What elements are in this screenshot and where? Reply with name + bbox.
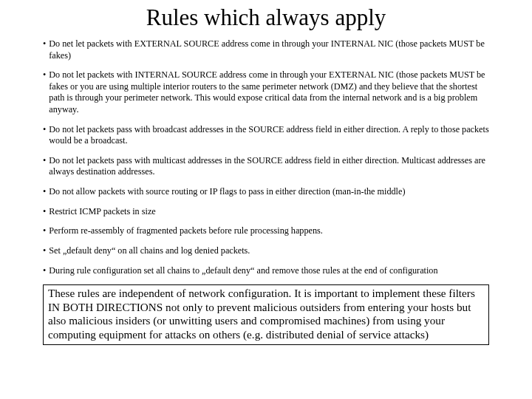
footer-note-text: These rules are independent of network c… xyxy=(48,287,475,341)
bullet-text: Do not let packets pass with broadcast a… xyxy=(49,124,489,147)
bullet-item: • Do not let packets with INTERNAL SOURC… xyxy=(43,69,489,115)
footer-note-box: These rules are independent of network c… xyxy=(43,284,489,345)
bullet-marker: • xyxy=(43,69,49,115)
bullet-marker: • xyxy=(43,206,49,218)
bullet-marker: • xyxy=(43,245,49,257)
bullet-item: • Set „default deny“ on all chains and l… xyxy=(43,245,489,257)
bullet-item: • Restrict ICMP packets in size xyxy=(43,206,489,218)
bullet-text: Set „default deny“ on all chains and log… xyxy=(49,245,489,257)
bullet-item: • Do not allow packets with source routi… xyxy=(43,186,489,198)
bullet-list: • Do net let packets with EXTERNAL SOURC… xyxy=(13,38,519,276)
bullet-item: • During rule configuration set all chai… xyxy=(43,265,489,277)
slide: Rules which always apply • Do net let pa… xyxy=(0,0,532,399)
bullet-item: • Perform re-assembly of fragmented pack… xyxy=(43,225,489,237)
bullet-text: Do not let packets with INTERNAL SOURCE … xyxy=(49,69,489,115)
bullet-item: • Do net let packets with EXTERNAL SOURC… xyxy=(43,38,489,61)
bullet-marker: • xyxy=(43,124,49,147)
bullet-item: • Do not let packets pass with multicast… xyxy=(43,155,489,178)
bullet-item: • Do not let packets pass with broadcast… xyxy=(43,124,489,147)
bullet-marker: • xyxy=(43,38,49,61)
bullet-text: Do not let packets pass with multicast a… xyxy=(49,155,489,178)
bullet-marker: • xyxy=(43,186,49,198)
bullet-text: Do net let packets with EXTERNAL SOURCE … xyxy=(49,38,489,61)
bullet-text: Perform re-assembly of fragmented packet… xyxy=(49,225,489,237)
bullet-marker: • xyxy=(43,155,49,178)
bullet-marker: • xyxy=(43,225,49,237)
slide-title: Rules which always apply xyxy=(13,4,519,31)
bullet-text: Restrict ICMP packets in size xyxy=(49,206,489,218)
bullet-text: Do not allow packets with source routing… xyxy=(49,186,489,198)
bullet-text: During rule configuration set all chains… xyxy=(49,265,489,277)
bullet-marker: • xyxy=(43,265,49,277)
